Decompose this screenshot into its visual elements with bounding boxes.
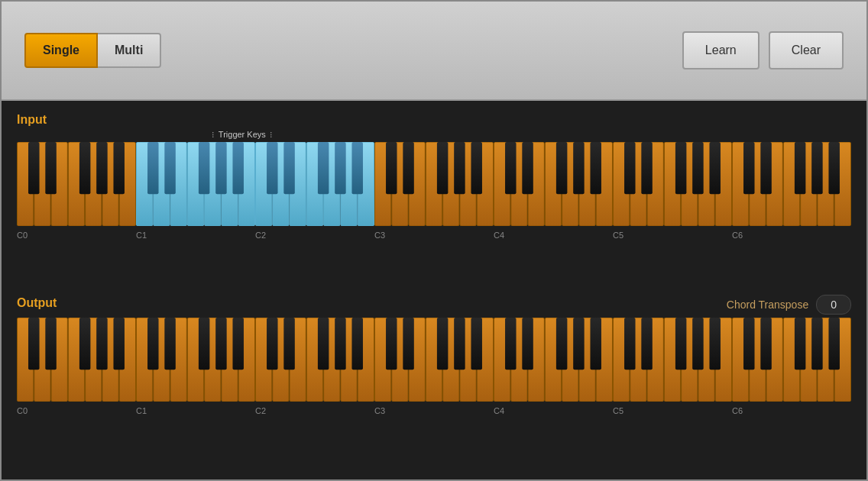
note-label-C1: C1	[136, 231, 147, 240]
svg-rect-134	[45, 318, 56, 370]
svg-rect-70	[522, 142, 533, 194]
svg-rect-146	[335, 318, 345, 370]
svg-rect-159	[641, 318, 652, 370]
svg-rect-61	[318, 142, 329, 194]
svg-rect-162	[709, 318, 720, 370]
svg-rect-66	[437, 142, 448, 194]
svg-rect-161	[692, 318, 703, 370]
svg-rect-153	[505, 318, 516, 370]
svg-rect-64	[386, 142, 397, 194]
top-bar: Single Multi Learn Clear	[2, 2, 866, 101]
output-label: Output	[17, 296, 57, 310]
single-button[interactable]: Single	[24, 33, 98, 68]
input-label: Input	[17, 113, 851, 127]
svg-rect-142	[232, 318, 243, 370]
svg-rect-150	[437, 318, 448, 370]
svg-rect-54	[147, 142, 158, 194]
svg-rect-151	[454, 318, 465, 370]
svg-rect-75	[641, 142, 652, 194]
svg-rect-164	[760, 318, 771, 370]
svg-rect-63	[351, 142, 362, 194]
svg-rect-158	[624, 318, 635, 370]
svg-rect-135	[79, 318, 90, 370]
svg-rect-148	[386, 318, 397, 370]
input-section: Input ⫶ Trigger Keys ⫶	[17, 113, 851, 286]
svg-rect-72	[573, 142, 584, 194]
note-label-C4: C4	[494, 231, 504, 240]
trigger-keys-label: ⫶ Trigger Keys ⫶	[154, 130, 329, 139]
svg-rect-77	[692, 142, 703, 194]
svg-rect-167	[828, 318, 839, 370]
trigger-bracket-left: ⫶	[211, 130, 215, 139]
input-keys-area: C0C1C2C3C4C5C6	[17, 142, 851, 226]
svg-rect-147	[351, 318, 362, 370]
note-label-C0: C0	[17, 406, 28, 415]
right-buttons: Learn Clear	[682, 31, 844, 69]
svg-rect-166	[811, 318, 822, 370]
svg-rect-79	[743, 142, 754, 194]
svg-rect-139	[164, 318, 175, 370]
chord-transpose-label: Chord Transpose	[727, 299, 808, 311]
svg-rect-59	[267, 142, 277, 194]
note-label-C4: C4	[494, 406, 504, 415]
clear-button[interactable]: Clear	[769, 31, 844, 69]
svg-rect-143	[267, 318, 277, 370]
svg-rect-137	[113, 318, 124, 370]
svg-rect-62	[335, 142, 345, 194]
svg-rect-157	[590, 318, 601, 370]
main-area: Input ⫶ Trigger Keys ⫶	[2, 101, 866, 479]
trigger-bracket-right: ⫶	[269, 130, 274, 139]
multi-button[interactable]: Multi	[98, 33, 161, 68]
svg-rect-52	[96, 142, 107, 194]
svg-rect-67	[454, 142, 465, 194]
svg-rect-83	[828, 142, 839, 194]
svg-rect-56	[199, 142, 209, 194]
svg-rect-155	[556, 318, 567, 370]
svg-rect-152	[471, 318, 481, 370]
chord-transpose: Chord Transpose 0	[727, 295, 851, 315]
svg-rect-51	[79, 142, 90, 194]
note-label-C0: C0	[17, 231, 28, 240]
svg-rect-136	[96, 318, 107, 370]
svg-rect-81	[795, 142, 805, 194]
svg-rect-82	[811, 142, 822, 194]
svg-rect-49	[28, 142, 39, 194]
svg-rect-163	[743, 318, 754, 370]
note-label-C3: C3	[374, 231, 385, 240]
svg-rect-141	[215, 318, 226, 370]
svg-rect-65	[403, 142, 413, 194]
note-label-C1: C1	[136, 406, 147, 415]
output-section-header: Output Chord Transpose 0	[17, 295, 851, 315]
transpose-value: 0	[816, 295, 851, 315]
note-label-C2: C2	[255, 406, 266, 415]
svg-rect-149	[403, 318, 413, 370]
note-label-C5: C5	[613, 231, 623, 240]
svg-rect-133	[28, 318, 39, 370]
svg-rect-57	[215, 142, 226, 194]
note-label-C5: C5	[613, 406, 623, 415]
svg-rect-76	[675, 142, 686, 194]
svg-rect-68	[471, 142, 481, 194]
svg-rect-74	[624, 142, 635, 194]
svg-rect-69	[505, 142, 516, 194]
learn-button[interactable]: Learn	[682, 31, 760, 69]
output-section: Output Chord Transpose 0	[17, 295, 851, 467]
svg-rect-50	[45, 142, 56, 194]
svg-rect-140	[199, 318, 209, 370]
output-keys-area: C0C1C2C3C4C5C6	[17, 318, 851, 402]
svg-rect-154	[522, 318, 533, 370]
svg-rect-55	[164, 142, 175, 194]
svg-rect-165	[795, 318, 805, 370]
input-piano-container: ⫶ Trigger Keys ⫶	[17, 130, 851, 226]
app-container: Single Multi Learn Clear Input ⫶ Trigger…	[0, 0, 868, 481]
svg-rect-78	[709, 142, 720, 194]
note-label-C6: C6	[732, 406, 743, 415]
svg-rect-145	[318, 318, 329, 370]
note-label-C6: C6	[732, 231, 743, 240]
svg-rect-60	[283, 142, 294, 194]
mode-buttons: Single Multi	[24, 33, 161, 68]
svg-rect-160	[675, 318, 686, 370]
svg-rect-144	[283, 318, 294, 370]
svg-rect-53	[113, 142, 124, 194]
note-label-C3: C3	[374, 406, 385, 415]
